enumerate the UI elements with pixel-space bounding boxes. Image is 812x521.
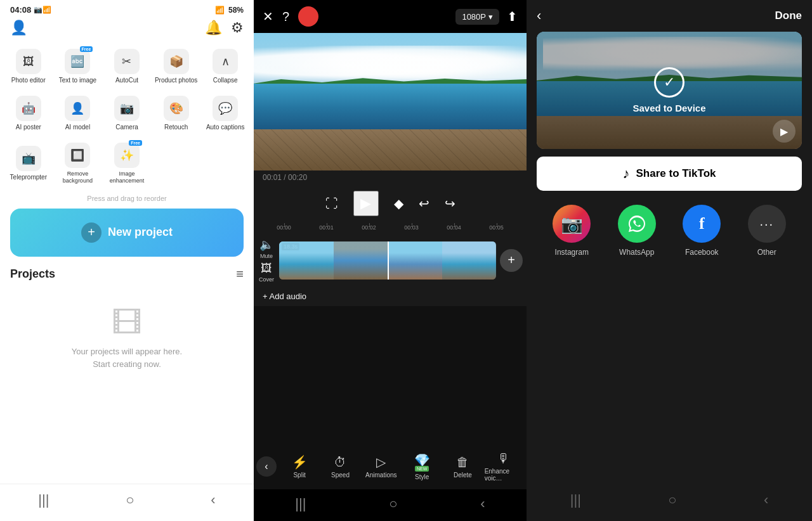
drag-hint: Press and drag to reorder — [0, 191, 254, 209]
right-nav-home-icon[interactable]: ○ — [668, 492, 676, 508]
tool-teleprompter[interactable]: 📺 Teleprompter — [5, 138, 52, 188]
tool-image-enhancement[interactable]: ✨ Free Image enhancement — [103, 138, 150, 188]
enhance-voice-label: Enhance voic… — [485, 468, 523, 482]
mid-nav-back-icon[interactable]: ‹ — [480, 496, 485, 512]
upload-icon[interactable]: ⬆ — [507, 9, 518, 24]
ai-poster-icon: 🤖 — [16, 96, 41, 121]
done-button[interactable]: Done — [775, 10, 802, 22]
right-panel: ‹ Done ✓ Saved to Device ▶ ♪ Share to Ti… — [527, 0, 812, 521]
right-bottom-nav: ||| ○ ‹ — [527, 484, 812, 521]
share-tiktok-button[interactable]: ♪ Share to TikTok — [537, 157, 802, 191]
cover-button[interactable]: 🖼 Cover — [259, 262, 274, 283]
middle-top-bar: ✕ ? 1080P ▾ ⬆ — [254, 0, 527, 33]
tool-ai-poster[interactable]: 🤖 AI poster — [5, 91, 52, 135]
play-overlay-button[interactable]: ▶ — [773, 120, 796, 143]
bottom-tools: ‹ ⚡ Split ⏱ Speed ▷ Animations 💎 NEW Sty… — [254, 444, 527, 489]
product-photos-icon: 📦 — [164, 49, 189, 74]
tool-ai-model[interactable]: 👤 AI model — [55, 91, 102, 135]
other-share-button[interactable]: ··· Other — [748, 205, 786, 257]
mute-icon: 🔈 — [259, 238, 273, 252]
animations-button[interactable]: ▷ Animations — [361, 452, 402, 481]
saved-text: Saved to Device — [632, 103, 705, 113]
facebook-icon: f — [683, 205, 721, 243]
retouch-icon: 🎨 — [164, 96, 189, 121]
settings-icon[interactable]: ⚙ — [231, 20, 244, 36]
film-reel-icon: 🎞 — [112, 306, 142, 340]
delete-label: Delete — [454, 472, 472, 479]
mute-label: Mute — [260, 253, 273, 259]
record-button[interactable] — [298, 6, 318, 27]
close-icon[interactable]: ✕ — [263, 9, 273, 24]
projects-empty-line2: Start creating now. — [72, 358, 182, 371]
style-button[interactable]: 💎 NEW Style — [402, 450, 442, 483]
ruler-mark-5: 00:05 — [475, 224, 518, 231]
new-project-button[interactable]: + New project — [10, 209, 244, 257]
right-nav-lines-icon[interactable]: ||| — [570, 492, 581, 508]
status-time: 04:08 📷📶 — [10, 5, 51, 15]
mid-nav-home-icon[interactable]: ○ — [389, 496, 397, 512]
delete-button[interactable]: 🗑 Delete — [442, 453, 483, 481]
speed-button[interactable]: ⏱ Speed — [320, 453, 360, 481]
projects-sort-icon[interactable]: ≡ — [236, 267, 244, 281]
user-icon[interactable]: 👤 — [10, 20, 27, 36]
status-icons: 📷📶 — [34, 6, 51, 14]
teleprompter-icon: 📺 — [16, 146, 41, 171]
notification-icon[interactable]: 🔔 — [205, 20, 222, 36]
tool-collapse[interactable]: ∧ Collapse — [202, 44, 249, 88]
battery: 58% — [228, 6, 244, 15]
wifi-icon: 📶 — [215, 6, 225, 15]
ruler-marks: 00:00 00:01 00:02 00:03 00:04 00:05 — [263, 224, 518, 231]
help-icon[interactable]: ? — [282, 10, 289, 24]
projects-title: Projects — [10, 267, 55, 281]
add-clip-button[interactable]: + — [500, 249, 523, 272]
left-panel: 04:08 📷📶 📶 58% 👤 🔔 ⚙ 🖼 Photo editor 🔤 Fr… — [0, 0, 254, 521]
add-audio-button[interactable]: + Add audio — [263, 292, 306, 301]
playback-controls: ⛶ ▶ ◆ ↩ ↪ — [254, 184, 527, 221]
style-badge: NEW — [415, 466, 429, 472]
right-nav-back-icon[interactable]: ‹ — [764, 492, 768, 508]
video-track[interactable]: 18.3s — [279, 241, 496, 280]
redo-button[interactable]: ↪ — [445, 196, 455, 211]
enhance-voice-button[interactable]: 🎙 Enhance voic… — [483, 449, 524, 484]
tool-product-photos[interactable]: 📦 Product photos — [153, 44, 200, 88]
rocks-element — [254, 129, 527, 170]
ai-model-label: AI model — [65, 124, 90, 131]
remove-bg-label: Remove background — [56, 170, 100, 184]
projects-empty-text: Your projects will appear here. Start cr… — [72, 345, 182, 372]
tool-text-to-image[interactable]: 🔤 Free Text to image — [55, 44, 102, 88]
tool-retouch[interactable]: 🎨 Retouch — [153, 91, 200, 135]
play-button[interactable]: ▶ — [353, 191, 379, 216]
right-back-button[interactable]: ‹ — [537, 8, 541, 24]
retouch-label: Retouch — [164, 124, 188, 131]
expand-button[interactable]: ⛶ — [325, 196, 338, 211]
tool-autocut[interactable]: ✂ AutoCut — [103, 44, 150, 88]
timeline-bar: 00:01 / 00:20 — [254, 170, 527, 184]
enhance-voice-icon: 🎙 — [497, 451, 510, 466]
split-button[interactable]: ⚡ Split — [279, 452, 320, 481]
resolution-button[interactable]: 1080P ▾ — [455, 9, 499, 25]
video-result-container: ✓ Saved to Device ▶ — [537, 32, 802, 149]
undo-button[interactable]: ↩ — [419, 196, 429, 211]
nav-home-icon[interactable]: ○ — [126, 492, 134, 508]
whatsapp-share-button[interactable]: WhatsApp — [618, 205, 656, 257]
diamond-button[interactable]: ◆ — [394, 196, 403, 211]
result-video: ✓ Saved to Device ▶ — [537, 32, 802, 149]
facebook-share-button[interactable]: f Facebook — [683, 205, 721, 257]
tool-remove-background[interactable]: 🔲 Remove background — [55, 138, 102, 188]
tool-auto-captions[interactable]: 💬 Auto captions — [202, 91, 249, 135]
tool-camera[interactable]: 📷 Camera — [103, 91, 150, 135]
auto-captions-label: Auto captions — [206, 124, 245, 131]
bottom-nav-left: ||| ○ ‹ — [0, 484, 254, 521]
nav-lines-icon[interactable]: ||| — [38, 492, 49, 508]
clock: 04:08 — [10, 5, 31, 15]
instagram-share-button[interactable]: 📷 Instagram — [553, 205, 591, 257]
mute-button[interactable]: 🔈 Mute — [259, 238, 273, 259]
video-preview — [254, 33, 527, 170]
back-arrow-button[interactable]: ‹ — [256, 456, 277, 477]
nav-back-icon[interactable]: ‹ — [211, 492, 215, 508]
ruler-mark-2: 00:02 — [348, 224, 390, 231]
projects-empty: 🎞 Your projects will appear here. Start … — [0, 286, 254, 391]
mid-nav-lines-icon[interactable]: ||| — [295, 496, 306, 512]
autocut-label: AutoCut — [115, 77, 138, 84]
tool-photo-editor[interactable]: 🖼 Photo editor — [5, 44, 52, 88]
